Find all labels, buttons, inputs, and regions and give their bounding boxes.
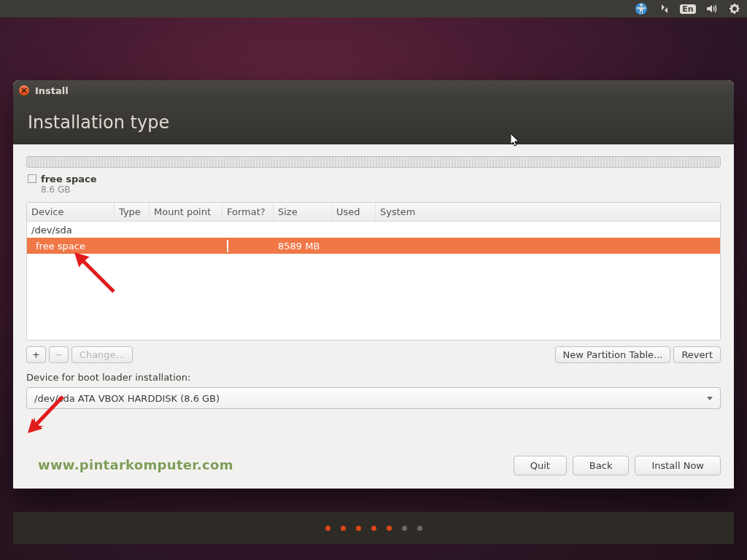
table-row-free-space[interactable]: free space 8589 MB xyxy=(27,238,720,254)
page-heading-bar: Installation type xyxy=(13,101,734,144)
partition-table: Device Type Mount point Format? Size Use… xyxy=(26,202,721,341)
col-type[interactable]: Type xyxy=(115,203,150,221)
install-now-button[interactable]: Install Now xyxy=(635,456,721,475)
pager-dot[interactable] xyxy=(387,526,392,531)
col-size[interactable]: Size xyxy=(274,203,332,221)
legend-size: 8.6 GB xyxy=(41,184,97,195)
pager-dot[interactable] xyxy=(371,526,376,531)
col-format[interactable]: Format? xyxy=(222,203,274,221)
quit-button[interactable]: Quit xyxy=(514,456,567,475)
revert-button[interactable]: Revert xyxy=(673,346,721,363)
watermark-text: www.pintarkomputer.com xyxy=(38,457,233,472)
add-partition-button[interactable]: + xyxy=(26,346,46,363)
new-partition-table-button[interactable]: New Partition Table... xyxy=(555,346,671,363)
window-content: free space 8.6 GB Device Type Mount poin… xyxy=(13,144,734,489)
chevron-down-icon xyxy=(707,397,713,400)
cell-device: /dev/sda xyxy=(27,225,115,236)
network-icon[interactable] xyxy=(658,2,671,15)
bootloader-device-value: /dev/sda ATA VBOX HARDDISK (8.6 GB) xyxy=(34,393,220,404)
window-titlebar[interactable]: Install xyxy=(13,80,734,101)
wizard-footer-buttons: Quit Back Install Now xyxy=(514,456,721,475)
format-checkbox[interactable] xyxy=(227,240,228,252)
pager-dot[interactable] xyxy=(341,526,346,531)
installer-window: Install Installation type free space 8.6… xyxy=(13,80,734,489)
page-title: Installation type xyxy=(28,112,169,133)
col-system[interactable]: System xyxy=(376,203,720,221)
change-partition-button[interactable]: Change... xyxy=(71,346,133,363)
table-row-disk[interactable]: /dev/sda xyxy=(27,222,720,238)
cell-size: 8589 MB xyxy=(274,241,332,252)
pager-dot[interactable] xyxy=(325,526,330,531)
pager-dot[interactable] xyxy=(417,526,422,531)
accessibility-icon[interactable] xyxy=(635,2,648,15)
language-code: En xyxy=(680,4,695,14)
language-indicator[interactable]: En xyxy=(681,2,694,15)
remove-partition-button[interactable]: − xyxy=(49,346,69,363)
disk-legend: free space 8.6 GB xyxy=(28,174,721,195)
top-menubar: En xyxy=(0,0,747,18)
slideshow-pager xyxy=(13,512,734,544)
pager-dot[interactable] xyxy=(402,526,407,531)
disk-usage-strip xyxy=(26,156,721,168)
cell-device: free space xyxy=(27,241,115,252)
legend-swatch-icon xyxy=(28,174,36,183)
pager-dot[interactable] xyxy=(356,526,361,531)
partition-table-header: Device Type Mount point Format? Size Use… xyxy=(27,203,720,222)
svg-point-0 xyxy=(640,4,643,7)
col-device[interactable]: Device xyxy=(27,203,115,221)
col-used[interactable]: Used xyxy=(332,203,376,221)
close-icon[interactable] xyxy=(19,85,29,96)
bootloader-device-combo[interactable]: /dev/sda ATA VBOX HARDDISK (8.6 GB) xyxy=(26,387,721,409)
mouse-cursor-icon xyxy=(511,133,521,148)
bootloader-label: Device for boot loader installation: xyxy=(26,372,721,383)
back-button[interactable]: Back xyxy=(573,456,630,475)
partition-toolbar: + − Change... New Partition Table... Rev… xyxy=(26,346,721,363)
window-title: Install xyxy=(35,85,69,96)
sound-icon[interactable] xyxy=(705,2,718,15)
settings-gear-icon[interactable] xyxy=(728,2,741,15)
legend-name: free space xyxy=(41,174,97,184)
col-mount[interactable]: Mount point xyxy=(150,203,222,221)
